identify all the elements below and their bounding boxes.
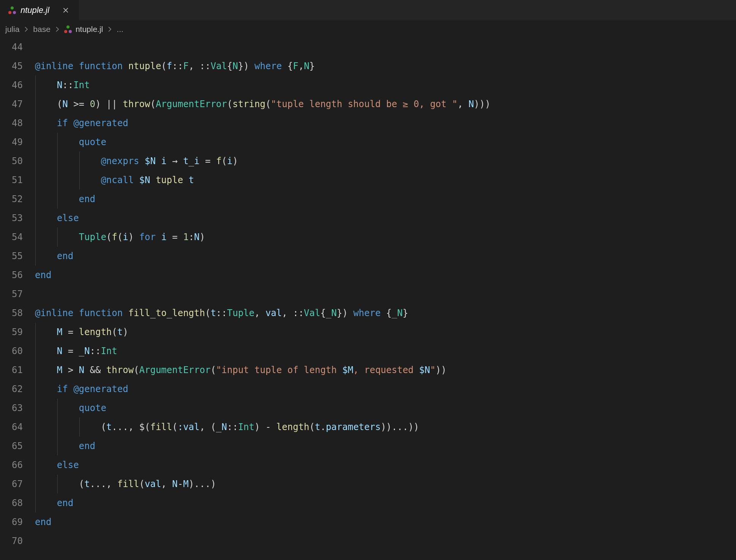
code-token: function [79,308,123,318]
code-token: N [232,61,238,71]
code-line[interactable]: N = _N::Int [35,342,736,361]
code-token: M [57,327,62,337]
code-line[interactable]: @ncall $N tuple t [35,171,736,190]
indent-guide [35,76,36,95]
code-line[interactable]: @inline function ntuple(f::F, ::Val{N}) … [35,57,736,76]
code-token [123,61,128,71]
line-number-gutter: 4445464748495051525354555657585960616263… [0,38,34,551]
code-line[interactable]: (t..., $(fill(:val, (_N::Int) - length(t… [35,418,736,437]
code-token: ) [243,61,254,71]
code-token [73,308,79,318]
code-token: ( [210,365,216,375]
close-icon[interactable] [61,5,71,15]
code-line[interactable] [35,38,736,57]
code-token [35,327,57,337]
code-editor[interactable]: 4445464748495051525354555657585960616263… [0,38,736,551]
code-line[interactable] [35,285,736,304]
code-token [150,175,155,185]
code-line[interactable]: M > N && throw(ArgumentError("input tupl… [35,361,736,380]
code-area[interactable]: @inline function ntuple(f::F, ::Val{N}) … [34,38,736,551]
line-number: 51 [0,171,23,190]
code-token: i [161,232,166,242]
code-token: length [276,422,310,432]
code-token: Int [101,346,117,356]
code-token: 1 [183,232,188,242]
code-token: t_i [183,156,199,166]
code-token: where [254,61,282,71]
code-line[interactable]: (N >= 0) || throw(ArgumentError(string("… [35,95,736,114]
code-token: :: [293,308,304,318]
code-line[interactable]: Tuple(f(i) for i = 1:N) [35,228,736,247]
code-token: " [430,365,435,375]
code-token [35,175,101,185]
code-token [35,365,57,375]
indent-guide [35,133,36,152]
code-line[interactable]: N::Int [35,76,736,95]
code-token: , [254,308,265,318]
code-line[interactable]: @inline function fill_to_length(t::Tuple… [35,304,736,323]
code-line[interactable]: @nexprs $N i → t_i = f(i) [35,152,736,171]
code-token: ( [117,232,123,242]
indent-guide [35,247,36,266]
indent-guide [79,152,80,171]
code-line[interactable]: quote [35,399,736,418]
code-token: N [194,232,199,242]
breadcrumb-item[interactable]: julia [5,25,19,34]
code-token: else [57,460,79,470]
code-token [35,346,57,356]
code-token: ( [227,99,232,109]
line-number: 48 [0,114,23,133]
code-line[interactable]: end [35,190,736,209]
line-number: 66 [0,456,23,475]
line-number: 46 [0,76,23,95]
code-line[interactable]: quote [35,133,736,152]
code-token: , [458,99,469,109]
code-line[interactable]: end [35,437,736,456]
code-line[interactable]: end [35,494,736,513]
line-number: 45 [0,57,23,76]
code-line[interactable]: M = length(t) [35,323,736,342]
code-token: :: [90,346,101,356]
indent-guide [57,171,58,190]
line-number: 58 [0,304,23,323]
code-token: ) - [254,422,276,432]
code-token: @generated [73,384,128,394]
breadcrumb-item[interactable]: base [33,25,51,34]
breadcrumb-item[interactable]: ntuple.jl [64,25,103,34]
code-line[interactable] [35,532,736,551]
code-token: , requested [353,365,419,375]
code-line[interactable]: (t..., fill(val, N-M)...) [35,475,736,494]
code-token: function [79,61,123,71]
code-token: = [167,232,183,242]
editor-tab[interactable]: ntuple.jl [0,0,79,21]
code-token: f [167,61,172,71]
code-token [156,232,161,242]
code-line[interactable]: else [35,456,736,475]
code-token: :: [227,422,238,432]
code-token: fill [150,422,172,432]
indent-guide [35,228,36,247]
code-line[interactable]: else [35,209,736,228]
code-token: $M [342,365,353,375]
code-token: i [161,156,166,166]
code-line[interactable]: if @generated [35,114,736,133]
code-token: N [57,346,62,356]
code-token: if [57,118,68,128]
code-token [139,156,145,166]
breadcrumb-item[interactable]: ... [117,25,123,34]
code-token: { [227,61,232,71]
code-line[interactable]: end [35,266,736,285]
code-token [35,498,57,508]
code-line[interactable]: end [35,513,736,532]
code-token [35,118,57,128]
code-token: for [139,232,156,242]
code-token: t [106,422,112,432]
code-token: ( [134,365,139,375]
indent-guide [35,456,36,475]
code-token: throw [106,365,134,375]
code-line[interactable]: if @generated [35,380,736,399]
code-line[interactable]: end [35,247,736,266]
code-token: ( [161,61,166,71]
code-token [35,156,101,166]
code-token: t [189,175,194,185]
